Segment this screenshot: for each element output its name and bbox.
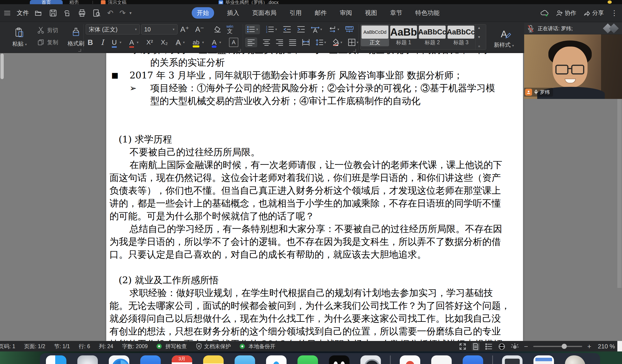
doc-line[interactable]: 面这句话，现在仍然记得。这位会计老师对着我们说，你们班是学日语的，和你们讲这些（… [110,171,523,184]
doc-line[interactable]: 负债表等），你们也不懂。但当自己真正进入财务分析这个领域后，才发现这位老师在那堂… [110,184,523,197]
doc-line[interactable]: 型的大型机械交易的营业收入分析；④审计工作底稿制作的自动化 [110,94,523,107]
print-icon[interactable] [77,8,87,18]
ribbon-tab-home[interactable]: 开始 [192,7,214,18]
font-size-select[interactable]: 10▾ [141,24,177,35]
doc-heading[interactable]: (1) 求学历程 [110,133,523,146]
screenshot-preview-icon[interactable] [533,355,554,364]
paste-dropdown-icon[interactable]: ▾ [25,42,27,46]
local-backup-status[interactable]: 本地备份开 [240,343,275,350]
character-border-button[interactable]: A [229,38,238,47]
collaborate-button[interactable]: 协作 [556,9,576,17]
grow-font-button[interactable]: A⁺ [180,24,189,35]
open-folder-icon[interactable] [34,8,43,18]
styles-gallery-scrollbar[interactable]: ▲ ▼ ≡ [475,24,483,50]
participant-video[interactable]: 罗纬 [524,35,622,99]
pinyin-guide-button[interactable]: wén 文 [226,23,233,36]
vertical-scrollbar-thumb[interactable] [0,54,4,79]
doc-line[interactable]: ■2017 年 3 月毕业，同年就职于德勤会计师事务所 风险咨询事业部 数据分析… [110,69,523,82]
word-app-icon[interactable] [463,355,483,364]
zoom-out-button[interactable]: − [524,343,528,350]
document-page[interactable]: 归分析，关于＂企业盈利的现金实现比率＂与＂企业资产现金收现水平间的各比率＂间 的… [106,53,523,341]
styles-more-icon[interactable]: ≡ [478,44,480,48]
style-normal[interactable]: AaBbCcDd 正文 [361,25,389,46]
doc-line[interactable]: 总结自己的学习经历，有一条特别想和大家分享：不要被自己的过往经历所局限。不存在因 [110,222,523,235]
text-effects-dropdown-icon[interactable]: ▾ [183,40,185,44]
tab-current-document[interactable]: W 毕业生感想（罗纬）.docx [214,0,283,4]
doc-line[interactable]: 讲的，都是一些会计上的基础概念，也就相当于小学生的加减乘除，不存在日语班的同学听… [110,197,523,210]
ribbon-tab-mailings[interactable]: 邮件 [315,9,327,17]
text-effects-button[interactable]: A [176,38,180,47]
green-app-icon[interactable] [297,355,318,364]
zoom-slider[interactable] [533,346,582,347]
font-color-dropdown-icon[interactable]: ▾ [219,40,221,44]
file-menu[interactable]: 文件 [17,9,29,17]
mail-icon[interactable] [140,355,161,364]
export-icon[interactable] [63,8,72,18]
new-style-button[interactable]: A 新样式 ▾ [491,25,517,53]
launchpad-icon[interactable] [77,355,98,364]
doc-line[interactable]: 技能的工作机会，而在自己找工作的 2016 年的日本就职市场上，在数据分析领域进… [110,338,523,341]
character-accent-dropdown-icon[interactable]: ▾ [137,40,139,44]
highlight-color-button[interactable]: ab [193,39,199,46]
distribute-button[interactable] [302,39,310,46]
print-preview-icon[interactable] [92,8,101,18]
font-color-button[interactable]: A [212,38,216,46]
tab-presentation[interactable]: 演示文稿 [97,0,131,4]
fullscreen-icon[interactable] [459,343,466,350]
ribbon-tab-sections[interactable]: 章节 [390,9,402,17]
finder-icon[interactable] [46,355,66,364]
numbering-button[interactable]: 123 ▾ [266,26,277,33]
doc-line[interactable]: 归分析，关于＂企业盈利的现金实现比率＂与＂企业资产现金收现水平间的各比率＂间 [110,53,523,56]
style-heading-1[interactable]: AaBb 标题 1 [389,25,418,46]
document-protection-status[interactable]: 文档未保护 [196,343,231,350]
tab-ruler-button[interactable] [345,26,354,33]
style-heading-3[interactable]: AaBbCc 标题 3 [447,25,475,46]
microphone-muted-icon[interactable] [527,25,534,33]
doc-line[interactable]: 为我是学日语的，所以学不了会计的逻辑。也不存在因为我是文科生，所以弄不了数据分析… [110,235,523,248]
doc-blank-line[interactable] [110,261,523,274]
decrease-indent-button[interactable] [283,26,291,33]
more-menu-icon[interactable]: ⋮ [611,9,618,17]
increase-indent-button[interactable] [297,26,305,33]
styles-scroll-up-icon[interactable]: ▲ [478,26,481,30]
drop-app-icon[interactable] [266,355,287,364]
outline-view-icon[interactable] [485,343,493,350]
doc-line[interactable]: ➢项目经验：①海外子公司的经营风险分析；②会计分录的可视化；③基于机器学习模 [110,82,523,94]
doc-blank-line[interactable] [110,107,523,120]
superscript-button[interactable]: X² [147,39,153,46]
paste-button[interactable]: 粘贴 ▾ [7,23,32,51]
doc-heading[interactable]: (2) 就业及工作所感所悟 [110,274,523,287]
camera-aperture-app-icon[interactable] [360,355,381,364]
tab-docer[interactable]: 稻壳 [65,0,83,4]
underline-button[interactable]: U [112,38,117,46]
share-button[interactable]: 分享 [583,9,604,17]
cut-button[interactable]: 剪切 [37,24,58,36]
doc-line[interactable]: 口。只要认定是自己喜欢的，对自己的成长有帮助的，就应该去大胆地追求。 [110,248,523,261]
borders-button[interactable]: ▾ [348,39,359,46]
white-app-icon[interactable] [431,355,452,364]
eye-protection-icon[interactable] [511,343,519,350]
align-left-button[interactable] [245,37,257,47]
ribbon-tab-page-layout[interactable]: 页面布局 [252,9,276,17]
doc-line[interactable]: 就必须得问自己以后想做什么，现在为什么找工作，为什么要来这家公司找工作。比如我自… [110,312,523,325]
toolbar-more-dropdown-icon[interactable]: ▾ [130,10,132,16]
subscript-button[interactable]: X₂ [161,39,168,46]
doc-line[interactable]: 求职经验：做好职业规划，在学生时代根据自己的规划有计划地去参加实习，学习基础技 [110,287,523,299]
style-heading-2[interactable]: AaBbCc 标题 2 [418,25,446,46]
text-direction-button[interactable]: ▾ [328,26,339,33]
doc-line[interactable]: 在南航上国际金融课的时候，有一次老师请假，让一位教会计的老师来代课，课上他说的下 [110,159,523,171]
web-layout-icon[interactable] [498,343,506,350]
character-scaling-button[interactable]: ▾ [311,26,322,33]
cloud-sync-icon[interactable] [540,9,549,17]
zoom-in-button[interactable]: + [587,343,591,350]
doc-line[interactable]: 有创业的想法，只想在财务分析的这个细分领域找到自己的位置，所以需要一份磨练自己的… [110,325,523,338]
font-name-select[interactable]: 宋体 (正文)▾ [86,24,140,35]
ribbon-tab-insert[interactable]: 插入 [227,9,239,17]
copy-button[interactable]: 复制 [37,36,58,48]
ribbon-tab-references[interactable]: 引用 [290,9,302,17]
crumpled-paper-icon[interactable] [565,355,585,364]
global-menu-icon[interactable] [4,11,11,15]
align-center-button[interactable] [263,39,270,46]
character-accent-button[interactable]: A [129,38,134,46]
redo-icon[interactable]: ↷ [119,9,126,18]
